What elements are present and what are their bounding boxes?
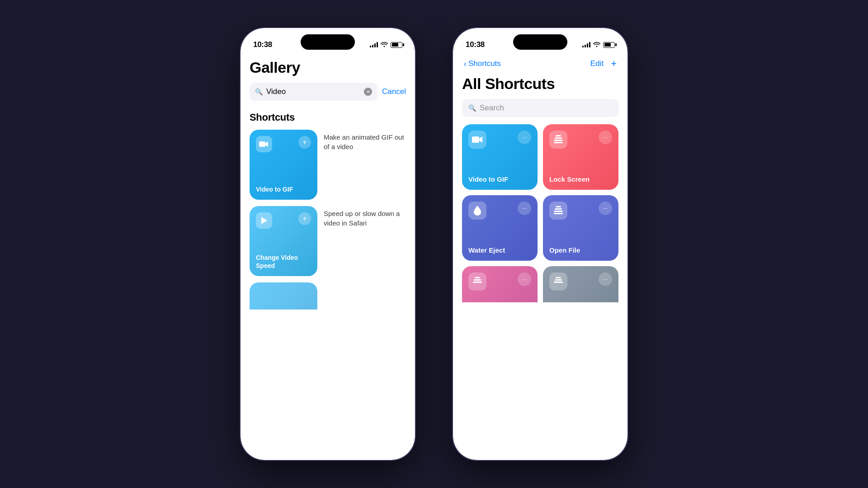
signal-icon	[370, 42, 378, 47]
card-menu-button-water[interactable]: ···	[518, 202, 531, 215]
grid-card-video-gif[interactable]: ··· Video to GIF	[462, 124, 538, 190]
layers-icon-pink	[468, 272, 486, 291]
signal-bar-1	[370, 46, 371, 47]
signal-bar-r1	[582, 46, 584, 47]
search-icon-right: 🔍	[468, 104, 476, 112]
add-shortcut-button[interactable]: +	[298, 136, 311, 149]
wifi-icon	[381, 42, 388, 48]
grid-card-open-file[interactable]: ··· Open File	[543, 195, 618, 261]
card-label-lock: Lock Screen	[549, 175, 612, 184]
shortcut-card-video-gif[interactable]: + Video to GIF	[250, 130, 317, 200]
nav-bar: ‹ Shortcuts Edit +	[462, 54, 618, 73]
phone-right: 10:38	[452, 27, 628, 461]
svg-rect-13	[554, 282, 563, 283]
add-button[interactable]: +	[611, 58, 617, 70]
card-label-2: Change Video Speed	[256, 253, 311, 270]
shortcut-row-video-gif: + Video to GIF Make an animated GIF out …	[250, 130, 406, 200]
card-menu-button-lock[interactable]: ···	[599, 131, 612, 144]
card-label-water: Water Eject	[468, 246, 531, 255]
status-icons-right	[582, 42, 615, 48]
shortcut-description-2: Speed up or slow down a video in Safari	[324, 206, 406, 276]
battery-icon-right	[603, 42, 615, 48]
page-title: Gallery	[250, 59, 406, 76]
card-menu-button-file[interactable]: ···	[599, 202, 612, 215]
partial-card	[250, 282, 317, 310]
battery-icon	[391, 42, 402, 48]
svg-rect-2	[554, 140, 563, 141]
card-menu-button-pink[interactable]: ···	[518, 272, 531, 286]
grid-card-lock-screen[interactable]: ··· Lock Screen	[543, 124, 618, 190]
status-time-right: 10:38	[466, 40, 485, 49]
wifi-icon-right	[593, 42, 600, 48]
section-title: Shortcuts	[250, 112, 406, 123]
search-bar-right[interactable]: 🔍 Search	[462, 99, 618, 117]
drop-icon	[468, 202, 486, 220]
card-menu-button-gif[interactable]: ···	[518, 131, 531, 144]
signal-bar-3	[374, 43, 376, 47]
svg-rect-12	[475, 277, 480, 278]
svg-rect-15	[556, 277, 561, 278]
svg-rect-7	[555, 208, 562, 210]
card-menu-button-gray[interactable]: ···	[599, 272, 612, 286]
search-bar-container: 🔍 Video ✕ Cancel	[250, 83, 406, 101]
phone-left: 10:38	[240, 27, 416, 461]
svg-rect-10	[473, 282, 482, 283]
search-icon: 🔍	[255, 88, 263, 95]
search-placeholder: Search	[480, 103, 504, 113]
card-label-file: Open File	[549, 246, 612, 255]
signal-bar-4	[377, 42, 378, 47]
layers-icon-gray	[549, 272, 567, 291]
svg-rect-5	[554, 142, 563, 143]
search-value: Video	[266, 87, 360, 96]
svg-rect-6	[554, 211, 563, 212]
grid-card-pink-partial[interactable]: ···	[462, 266, 538, 302]
shortcut-description: Make an animated GIF out of a video	[324, 130, 406, 200]
shortcut-row-change-speed: + Change Video Speed Speed up or slow do…	[250, 206, 406, 276]
grid-card-water-eject[interactable]: ··· Water Eject	[462, 195, 538, 261]
layers-icon-file	[549, 202, 567, 220]
svg-rect-8	[556, 206, 561, 207]
dynamic-island-right	[513, 34, 567, 50]
chevron-left-icon: ‹	[464, 59, 467, 69]
grid-card-gray-partial[interactable]: ···	[543, 266, 618, 302]
svg-rect-4	[556, 135, 561, 136]
edit-button[interactable]: Edit	[590, 59, 604, 68]
status-time: 10:38	[253, 40, 272, 49]
clear-search-button[interactable]: ✕	[364, 88, 372, 96]
signal-bar-r2	[585, 45, 586, 47]
layers-icon-lock	[549, 131, 567, 149]
shortcuts-grid: ··· Video to GIF	[462, 124, 618, 302]
signal-bar-r4	[589, 42, 590, 47]
svg-rect-3	[555, 137, 562, 139]
shortcut-card-change-speed[interactable]: + Change Video Speed	[250, 206, 317, 276]
svg-rect-1	[472, 136, 479, 143]
video-camera-icon	[256, 136, 272, 152]
svg-rect-11	[474, 279, 481, 281]
signal-icon-right	[582, 42, 590, 47]
svg-rect-14	[555, 279, 562, 281]
svg-rect-9	[554, 213, 563, 214]
status-icons	[370, 42, 402, 48]
card-label-gif: Video to GIF	[468, 175, 531, 184]
signal-bar-2	[372, 45, 373, 47]
signal-bar-r3	[587, 43, 588, 47]
cancel-button[interactable]: Cancel	[382, 87, 406, 96]
page-title-right: All Shortcuts	[462, 75, 618, 93]
add-shortcut-button-2[interactable]: +	[298, 212, 311, 225]
svg-rect-0	[259, 141, 265, 147]
card-label: Video to GIF	[256, 185, 311, 193]
back-button[interactable]: ‹ Shortcuts	[464, 59, 501, 69]
play-icon	[256, 212, 272, 229]
nav-actions: Edit +	[590, 58, 617, 70]
search-input[interactable]: 🔍 Video ✕	[250, 83, 377, 101]
camera-icon	[468, 131, 486, 149]
dynamic-island	[301, 34, 355, 50]
back-label: Shortcuts	[468, 59, 501, 68]
